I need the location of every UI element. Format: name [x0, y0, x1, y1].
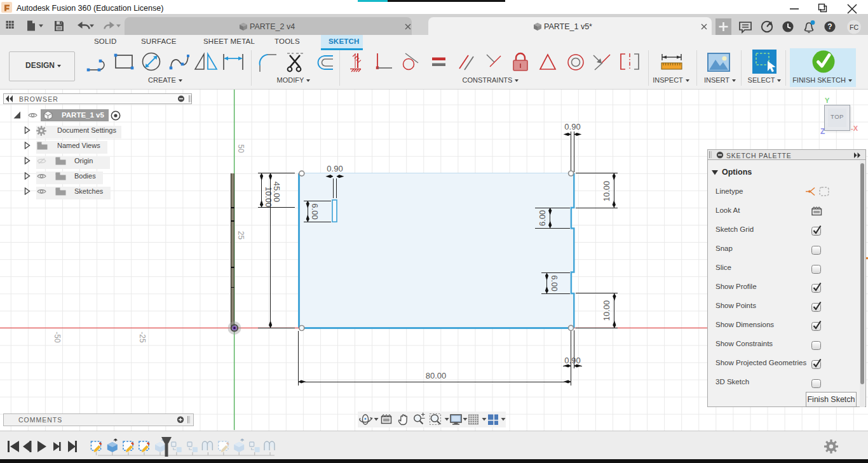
svg-text:6.00: 6.00: [550, 275, 559, 291]
svg-text:50: 50: [236, 144, 245, 153]
svg-text:10.00: 10.00: [602, 300, 611, 321]
svg-text:0.90: 0.90: [564, 122, 580, 131]
svg-text:-50: -50: [53, 332, 62, 343]
svg-text:80.00: 80.00: [426, 371, 447, 380]
svg-text:6.00: 6.00: [538, 210, 547, 226]
svg-text:0.90: 0.90: [327, 164, 342, 173]
svg-text:25: 25: [236, 231, 245, 240]
svg-text:-25: -25: [138, 332, 147, 343]
svg-text:6.00: 6.00: [310, 203, 320, 219]
svg-text:45.00: 45.00: [272, 182, 281, 203]
svg-text:10.00: 10.00: [264, 187, 273, 208]
svg-text:10.00: 10.00: [602, 181, 611, 202]
svg-text:0.90: 0.90: [564, 356, 580, 365]
